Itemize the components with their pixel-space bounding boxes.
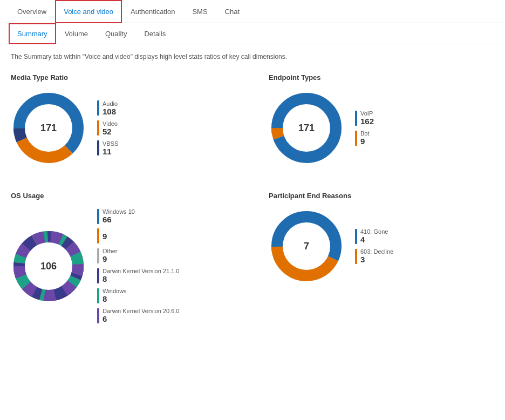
legend-label-bot: Bot [360, 130, 370, 137]
sub-nav-bar: Summary Volume Quality Details [0, 23, 505, 44]
endpoint-types-section: Endpoint Types 171 [269, 73, 494, 166]
nav-chat[interactable]: Chat [216, 0, 248, 23]
legend-text-voip: VoIP 162 [360, 110, 374, 126]
legend-text-410: 410: Gone 4 [360, 228, 388, 244]
participant-end-reasons-title: Participant End Reasons [269, 192, 494, 200]
legend-text-os2: 9 [103, 232, 107, 241]
endpoint-types-legend: VoIP 162 Bot 9 [355, 110, 374, 146]
media-type-ratio-total: 171 [40, 123, 57, 134]
legend-bar-audio [97, 100, 99, 116]
charts-row-2: OS Usage [11, 192, 494, 323]
endpoint-types-title: Endpoint Types [269, 73, 494, 82]
legend-item-video: Video 52 [97, 120, 118, 136]
legend-bar-windows [97, 288, 99, 303]
legend-value-603: 3 [360, 255, 393, 264]
legend-text-darwin20: Darwin Kernel Version 20.6.0 6 [103, 308, 179, 323]
media-type-ratio-section: Media Type Ratio 171 [11, 73, 236, 166]
charts-row-1: Media Type Ratio 171 [11, 73, 494, 166]
os-usage-total: 106 [40, 260, 57, 272]
subnav-quality[interactable]: Quality [97, 23, 135, 44]
legend-label-other: Other [103, 248, 118, 254]
legend-label-darwin21: Darwin Kernel Version 21.1.0 [103, 268, 179, 274]
page-description: The Summary tab within "Voice and video"… [11, 53, 494, 60]
legend-item-410: 410: Gone 4 [355, 228, 393, 244]
legend-text-bot: Bot 9 [360, 130, 370, 146]
legend-value-audio: 108 [103, 107, 118, 116]
legend-item-vbss: VBSS 11 [97, 140, 118, 156]
os-usage-chart: 106 Windows 10 66 9 [11, 208, 236, 323]
nav-voice-and-video[interactable]: Voice and video [55, 0, 122, 23]
os-usage-title: OS Usage [11, 192, 236, 200]
legend-value-video: 52 [103, 127, 118, 136]
legend-bar-video [97, 120, 99, 136]
legend-text-other: Other 9 [103, 248, 118, 263]
legend-item-603: 603: Decline 3 [355, 248, 393, 264]
legend-text-vbss: VBSS 11 [103, 140, 118, 156]
os-usage-legend: Windows 10 66 9 Other [97, 208, 179, 323]
legend-item-darwin20: Darwin Kernel Version 20.6.0 6 [97, 308, 179, 323]
legend-label-vbss: VBSS [103, 140, 118, 147]
os-usage-donut: 106 [11, 228, 86, 304]
legend-value-windows: 8 [103, 294, 127, 303]
legend-bar-vbss [97, 140, 99, 155]
subnav-details[interactable]: Details [135, 23, 174, 44]
endpoint-types-total: 171 [298, 123, 315, 134]
legend-bar-voip [355, 111, 357, 126]
media-type-ratio-title: Media Type Ratio [11, 73, 236, 82]
legend-item-other: Other 9 [97, 248, 179, 263]
legend-bar-603 [355, 249, 357, 264]
legend-value-os2: 9 [103, 232, 107, 241]
media-type-ratio-legend: Audio 108 Video 52 VBS [97, 100, 118, 156]
legend-item-audio: Audio 108 [97, 100, 118, 116]
legend-text-windows: Windows 8 [103, 288, 127, 303]
top-nav-bar: Overview Voice and video Authentication … [0, 0, 505, 23]
legend-text-video: Video 52 [103, 120, 118, 136]
legend-label-voip: VoIP [360, 110, 374, 117]
subnav-volume[interactable]: Volume [56, 23, 97, 44]
legend-bar-darwin20 [97, 308, 99, 323]
legend-label-windows: Windows [103, 288, 127, 294]
participant-end-reasons-section: Participant End Reasons 7 [269, 192, 494, 323]
subnav-summary[interactable]: Summary [9, 23, 56, 44]
nav-authentication[interactable]: Authentication [122, 0, 183, 23]
nav-sms[interactable]: SMS [183, 0, 216, 23]
legend-text-darwin21: Darwin Kernel Version 21.1.0 8 [103, 268, 179, 283]
legend-item-win10: Windows 10 66 [97, 208, 179, 224]
nav-overview[interactable]: Overview [9, 0, 55, 23]
media-type-ratio-donut: 171 [11, 90, 86, 166]
legend-value-vbss: 11 [103, 147, 118, 156]
legend-item-voip: VoIP 162 [355, 110, 374, 126]
legend-value-darwin21: 8 [103, 274, 179, 283]
legend-value-410: 4 [360, 235, 388, 244]
legend-text-603: 603: Decline 3 [360, 248, 393, 264]
legend-value-win10: 66 [103, 215, 135, 224]
legend-item-os2: 9 [97, 228, 179, 243]
legend-label-win10: Windows 10 [103, 208, 135, 215]
os-usage-section: OS Usage [11, 192, 236, 323]
legend-value-darwin20: 6 [103, 314, 179, 323]
legend-bar-bot [355, 131, 357, 146]
participant-end-reasons-donut: 7 [269, 208, 344, 284]
main-content: The Summary tab within "Voice and video"… [0, 44, 505, 358]
legend-label-410: 410: Gone [360, 228, 388, 235]
legend-text-audio: Audio 108 [103, 100, 118, 116]
legend-bar-darwin21 [97, 268, 99, 283]
legend-label-audio: Audio [103, 100, 118, 107]
endpoint-types-donut: 171 [269, 90, 344, 166]
legend-text-win10: Windows 10 66 [103, 208, 135, 224]
legend-item-bot: Bot 9 [355, 130, 374, 146]
legend-value-voip: 162 [360, 117, 374, 126]
participant-end-reasons-chart: 7 410: Gone 4 603: Decline 3 [269, 208, 494, 284]
legend-value-bot: 9 [360, 137, 370, 146]
legend-value-other: 9 [103, 254, 118, 263]
media-type-ratio-chart: 171 Audio 108 Video 52 [11, 90, 236, 166]
legend-bar-win10 [97, 209, 99, 224]
legend-label-darwin20: Darwin Kernel Version 20.6.0 [103, 308, 179, 314]
endpoint-types-chart: 171 VoIP 162 Bot 9 [269, 90, 494, 166]
legend-bar-other [97, 248, 99, 263]
legend-label-video: Video [103, 120, 118, 127]
top-navigation: Overview Voice and video Authentication … [0, 0, 505, 44]
legend-item-darwin21: Darwin Kernel Version 21.1.0 8 [97, 268, 179, 283]
participant-end-reasons-legend: 410: Gone 4 603: Decline 3 [355, 228, 393, 264]
legend-label-603: 603: Decline [360, 248, 393, 255]
